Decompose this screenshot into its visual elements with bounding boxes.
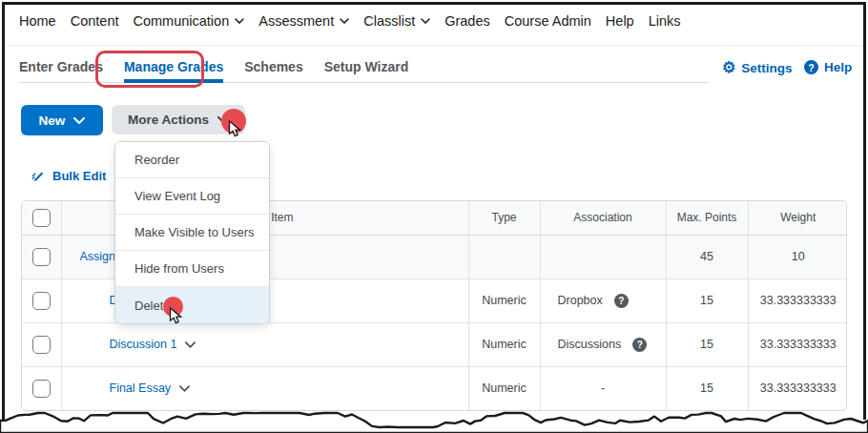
navbar-divider <box>5 45 863 46</box>
type-cell: Numeric <box>468 366 540 410</box>
weight-cell: 33.333333333 <box>748 322 847 366</box>
help-label: Help <box>824 60 852 74</box>
menu-item-make-visible-to-users[interactable]: Make Visible to Users <box>115 215 269 251</box>
tab-schemes[interactable]: Schemes <box>244 59 302 83</box>
menu-item-view-event-log[interactable]: View Event Log <box>115 178 269 215</box>
nav-label: Grades <box>444 13 490 29</box>
menu-item-hide-from-users[interactable]: Hide from Users <box>115 251 269 287</box>
association-label: Discussions <box>558 338 622 351</box>
weight-cell: 10 <box>748 235 847 278</box>
settings-button[interactable]: ⚙ Settings <box>722 60 793 75</box>
chevron-down-icon <box>340 18 349 24</box>
col-header-max-points: Max. Points <box>666 201 748 235</box>
nav-item-communication[interactable]: Communication <box>133 13 244 29</box>
tab-setup-wizard[interactable]: Setup Wizard <box>324 59 409 83</box>
question-mark-icon[interactable]: ? <box>632 338 647 352</box>
torn-edge <box>0 409 868 433</box>
cursor-icon <box>228 120 242 138</box>
nav-label: Home <box>19 13 56 29</box>
weight-cell: 33.333333333 <box>748 366 847 410</box>
chevron-down-icon <box>421 18 430 24</box>
annotation-oval <box>95 51 204 88</box>
nav-item-assessment[interactable]: Assessment <box>258 13 349 29</box>
bulk-edit-link[interactable]: Bulk Edit <box>31 169 106 183</box>
menu-item-reorder[interactable]: Reorder <box>115 142 269 178</box>
pencil-icon <box>31 169 46 183</box>
nav-item-grades[interactable]: Grades <box>444 13 490 29</box>
gear-icon: ⚙ <box>722 60 735 75</box>
grades-tab-bar: Enter Grades Manage Grades Schemes Setup… <box>19 59 408 83</box>
association-cell: Dropbox? <box>540 278 666 322</box>
association-cell: - <box>540 366 666 410</box>
select-row-checkbox[interactable] <box>32 292 51 310</box>
grade-item-link[interactable]: Discussion 1 <box>110 338 196 351</box>
more-actions-menu: Reorder View Event Log Make Visible to U… <box>114 141 270 324</box>
nav-item-classlist[interactable]: Classlist <box>363 13 430 29</box>
col-header-weight: Weight <box>748 201 847 235</box>
nav-item-content[interactable]: Content <box>71 13 119 29</box>
menu-item-delete[interactable]: Delete <box>115 287 269 323</box>
col-header-type: Type <box>468 201 540 235</box>
select-row-checkbox[interactable] <box>32 380 51 398</box>
nav-label: Course Admin <box>505 13 591 29</box>
type-cell: Numeric <box>468 278 540 322</box>
help-icon: ? <box>804 60 818 74</box>
new-button[interactable]: New <box>21 105 103 135</box>
nav-label: Communication <box>133 13 229 29</box>
type-cell: Numeric <box>468 322 540 366</box>
type-cell <box>468 235 540 278</box>
max-points-cell: 45 <box>666 235 748 278</box>
select-row-checkbox[interactable] <box>32 248 51 266</box>
select-row-checkbox[interactable] <box>32 336 51 354</box>
new-button-label: New <box>39 113 66 128</box>
more-actions-label: More Actions <box>128 113 209 127</box>
nav-label: Assessment <box>258 13 334 29</box>
nav-item-links[interactable]: Links <box>649 13 681 29</box>
nav-label: Classlist <box>363 13 415 29</box>
association-cell <box>540 235 666 278</box>
association-cell: Discussions? <box>540 322 666 366</box>
grade-item-name: Final Essay <box>110 381 172 395</box>
chevron-down-icon <box>235 18 244 24</box>
grade-item-link[interactable]: Final Essay <box>110 381 191 395</box>
grade-item-name: Discussion 1 <box>110 338 177 351</box>
help-button[interactable]: ? Help <box>804 60 852 74</box>
chevron-down-icon <box>185 341 196 348</box>
nav-item-course-admin[interactable]: Course Admin <box>505 13 591 29</box>
manage-grades-page: Home Content Communication Assessment Cl… <box>0 0 868 433</box>
nav-item-home[interactable]: Home <box>19 13 56 29</box>
nav-item-help[interactable]: Help <box>606 13 634 29</box>
chevron-down-icon <box>179 385 190 392</box>
select-all-header <box>22 201 61 235</box>
top-navbar: Home Content Communication Assessment Cl… <box>19 13 681 29</box>
max-points-cell: 15 <box>666 322 748 366</box>
col-header-association: Association <box>540 201 666 235</box>
nav-label: Help <box>606 13 634 29</box>
select-all-checkbox[interactable] <box>32 209 51 227</box>
question-mark-icon[interactable]: ? <box>614 294 629 308</box>
nav-label: Content <box>71 13 119 29</box>
table-row: Discussion 1 Numeric Discussions? 15 33.… <box>22 322 847 366</box>
tab-enter-grades[interactable]: Enter Grades <box>19 59 103 83</box>
association-label: Dropbox <box>558 294 603 307</box>
cursor-icon <box>169 307 183 325</box>
chevron-down-icon <box>73 117 85 124</box>
table-row: Final Essay Numeric - 15 33.333333333 <box>22 366 847 410</box>
bulk-edit-label: Bulk Edit <box>52 169 106 183</box>
nav-label: Links <box>649 13 681 29</box>
max-points-cell: 15 <box>666 278 748 322</box>
settings-label: Settings <box>741 61 792 75</box>
weight-cell: 33.333333333 <box>748 278 847 322</box>
max-points-cell: 15 <box>666 366 748 410</box>
